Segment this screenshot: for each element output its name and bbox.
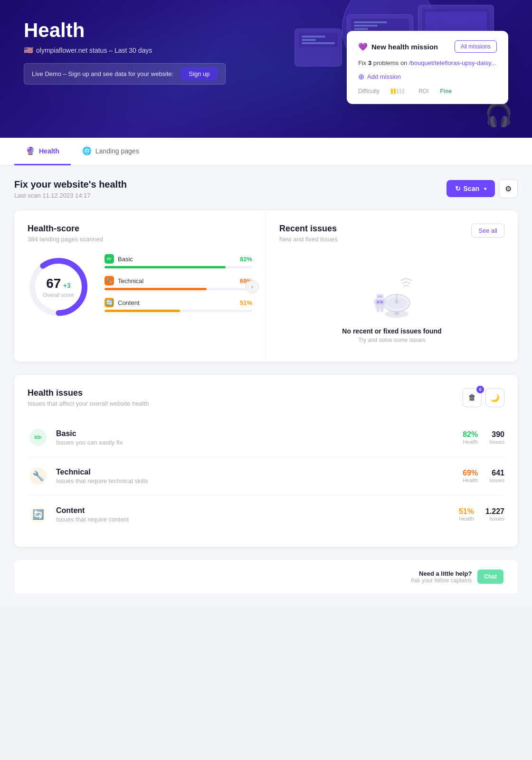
scan-chevron-icon: ▾ (484, 186, 486, 191)
see-all-button[interactable]: See all (471, 224, 504, 238)
mission-title: New health mission (371, 43, 438, 51)
two-col-panel: Health-score 384 landing pages scanned 6… (14, 210, 518, 361)
difficulty-bar-3 (397, 88, 399, 94)
filter-button[interactable]: 🗑 0 (463, 388, 482, 407)
content-health-stat: 51% Health (459, 507, 474, 522)
settings-button[interactable]: ⚙ (499, 179, 518, 198)
svg-rect-14 (374, 300, 376, 304)
health-score-panel: Health-score 384 landing pages scanned 6… (14, 210, 266, 361)
technical-issue-icon-wrap: 🔧 (28, 466, 48, 486)
svg-point-6 (395, 300, 399, 304)
basic-issue-info: Basic Issues you can easily fix (56, 429, 463, 446)
svg-rect-13 (380, 306, 383, 312)
health-issues-subtitle: Issues that affect your overall website … (28, 400, 149, 407)
issues-top: Health issues Issues that affect your ov… (28, 388, 504, 407)
recent-issues-panel: Recent issues New and fixed issues See a… (266, 210, 518, 361)
subtitle-text: olympiaflower.net status – Last 30 days (36, 47, 152, 54)
score-bar-content-header: 🔄 Content 51% (104, 298, 252, 307)
issues-top-left: Health issues Issues that affect your ov… (28, 388, 149, 407)
tab-health[interactable]: 🔮 Health (14, 138, 71, 165)
score-bar-basic-name: ✏ Basic (104, 254, 133, 264)
technical-bar-track (104, 288, 252, 290)
tabs-container: 🔮 Health 🌐 Landing pages (0, 138, 532, 165)
technical-issue-info: Technical Issues that require technical … (56, 468, 463, 484)
issue-row-basic[interactable]: ✏ Basic Issues you can easily fix 82% He… (28, 418, 504, 457)
technical-health-label: Health (463, 477, 478, 483)
technical-count-stat: 641 Issues (489, 469, 504, 483)
basic-issue-name: Basic (56, 429, 463, 438)
header-actions: ↻ Scan ▾ ⚙ (446, 179, 518, 198)
difficulty-bar-1 (391, 88, 393, 94)
score-bar-technical: 🔧 Technical 69% (104, 276, 252, 290)
svg-point-10 (377, 301, 379, 303)
issues-actions: 🗑 0 🌙 (463, 388, 504, 407)
svg-rect-15 (384, 300, 386, 304)
issue-row-technical[interactable]: 🔧 Technical Issues that require technica… (28, 457, 504, 495)
issue-row-content[interactable]: 🔄 Content Issues that require content 51… (28, 495, 504, 533)
mission-desc: Fix 3 problems on /bouquet/telefloras-up… (358, 59, 497, 66)
basic-issue-icon-wrap: ✏ (28, 427, 48, 448)
score-area: 67 +3 Overall score ✏ Basic (28, 254, 252, 320)
basic-count-label: Issues (489, 439, 504, 445)
headphones-deco: 🎧 (484, 102, 513, 128)
difficulty-bar-5 (402, 88, 404, 94)
score-bar-technical-name: 🔧 Technical (104, 276, 143, 285)
scan-button[interactable]: ↻ Scan ▾ (446, 180, 495, 197)
content-issue-info: Content Issues that require content (56, 506, 459, 523)
basic-count-stat: 390 Issues (489, 430, 504, 445)
score-bars: ✏ Basic 82% 🔧 (104, 254, 252, 320)
tab-landing-label: Landing pages (95, 147, 139, 155)
technical-label: Technical (118, 277, 143, 285)
svg-rect-12 (377, 306, 380, 312)
tab-landing-pages[interactable]: 🌐 Landing pages (71, 138, 151, 165)
bottom-help: Need a little help? Ask your fellow capt… (14, 560, 518, 593)
basic-issue-desc: Issues you can easily fix (56, 439, 463, 446)
basic-health-val: 82% (463, 430, 478, 439)
content-pct: 51% (240, 299, 252, 306)
difficulty-label: Difficulty (358, 88, 380, 95)
empty-sub: Try and solve some issues (358, 337, 426, 343)
technical-count-label: Issues (489, 477, 504, 483)
basic-health-label: Health (463, 439, 478, 445)
empty-state: No recent or fixed issues found Try and … (279, 258, 504, 348)
section-title: Fix your website's health (14, 179, 127, 190)
svg-rect-17 (378, 295, 382, 298)
add-icon: ⊕ (358, 72, 364, 81)
content-count-val: 1.227 (485, 507, 504, 516)
help-sub: Ask your fellow captains (411, 577, 472, 584)
mission-meta: Difficulty ROI Fine (358, 88, 497, 95)
technical-issue-stats: 69% Health 641 Issues (463, 469, 504, 483)
moon-button[interactable]: 🌙 (485, 388, 504, 407)
technical-issue-icon: 🔧 (29, 467, 47, 484)
score-bar-basic-header: ✏ Basic 82% (104, 254, 252, 264)
mission-link[interactable]: /bouquet/telefloras-upsy-daisy... (409, 59, 496, 66)
score-nav-right[interactable]: › (246, 280, 259, 294)
filter-icon: 🗑 (468, 393, 476, 402)
scan-refresh-icon: ↻ (455, 185, 461, 192)
score-bar-content: 🔄 Content 51% (104, 298, 252, 312)
technical-bar-fill (104, 288, 207, 290)
hero-section: 🎧 Health 🇺🇸 olympiaflower.net status – L… (0, 0, 532, 138)
technical-issue-icon-glyph: 🔧 (32, 470, 44, 482)
content-issue-desc: Issues that require content (56, 516, 459, 523)
main-content: Fix your website's health Last scan 11.1… (0, 166, 532, 607)
help-title: Need a little help? (411, 570, 472, 577)
content-issue-stats: 51% Health 1.227 Issues (459, 507, 504, 522)
content-count-stat: 1.227 Issues (485, 507, 504, 522)
score-number: 67 +3 (46, 281, 71, 289)
signup-button[interactable]: Sign up (181, 67, 217, 80)
help-text: Need a little help? Ask your fellow capt… (411, 570, 472, 584)
help-chat-button[interactable]: Chat (477, 570, 504, 584)
content-health-val: 51% (459, 507, 474, 516)
health-score-title: Health-score (28, 224, 252, 234)
content-issue-icon-glyph: 🔄 (32, 509, 44, 520)
add-mission-label[interactable]: Add mission (367, 73, 401, 80)
content-issue-name: Content (56, 506, 459, 515)
demo-text: Live Demo – Sign up and see data for you… (32, 70, 173, 77)
satellite-illustration (363, 272, 420, 320)
mission-header: 💜 New health mission All missions (358, 40, 497, 53)
technical-health-val: 69% (463, 469, 478, 477)
content-health-label: Health (459, 516, 474, 522)
all-missions-button[interactable]: All missions (455, 40, 497, 53)
svg-point-11 (380, 301, 382, 303)
